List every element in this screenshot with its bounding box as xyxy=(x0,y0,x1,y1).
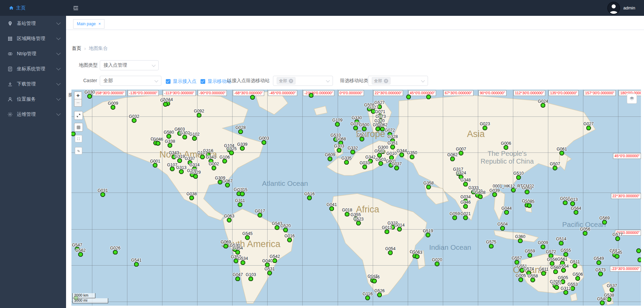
station-marker[interactable]: G061 xyxy=(559,151,564,156)
station-marker[interactable]: G092 xyxy=(197,113,202,117)
station-marker[interactable]: G514 xyxy=(559,241,563,245)
show-rovers-checkbox[interactable]: 显示移动站 xyxy=(201,78,231,84)
station-marker[interactable]: G001 xyxy=(153,163,157,168)
station-marker[interactable]: G335 xyxy=(344,160,349,165)
station-marker[interactable]: G523 xyxy=(356,221,361,226)
station-marker[interactable]: G106 xyxy=(222,159,227,164)
station-marker[interactable]: G013 xyxy=(570,201,575,206)
station-marker[interactable]: G027 xyxy=(586,126,591,130)
zoom-to-extent-button[interactable] xyxy=(74,111,83,120)
station-marker[interactable]: G560 xyxy=(553,269,558,274)
station-marker[interactable]: G545 xyxy=(245,235,250,240)
station-marker[interactable] xyxy=(638,258,641,262)
station-marker[interactable]: G543 xyxy=(275,225,279,230)
station-marker[interactable]: G516 xyxy=(307,196,312,200)
caster-select[interactable]: 全部 xyxy=(100,76,161,86)
station-marker[interactable]: G541 xyxy=(134,262,139,267)
station-marker[interactable]: G360 xyxy=(518,238,523,243)
station-marker[interactable]: G506 xyxy=(575,276,580,281)
world-map[interactable]: + − 2000 km 1000 mi -158°30'0.0 xyxy=(71,90,641,306)
sidebar-item-7[interactable]: 运维管理 xyxy=(0,107,66,122)
station-marker[interactable]: G041 xyxy=(329,206,334,211)
zoom-in-button[interactable]: + xyxy=(74,92,82,99)
station-marker[interactable]: G501 xyxy=(360,137,364,141)
filter-rover-type-select[interactable]: 全部 × xyxy=(368,76,428,86)
station-marker[interactable]: G315 xyxy=(240,192,245,196)
station-marker[interactable]: G016 xyxy=(287,238,292,242)
zoom-out-button[interactable]: − xyxy=(74,99,82,107)
station-marker[interactable]: G047 xyxy=(235,276,240,281)
station-marker[interactable]: G007 xyxy=(459,151,463,156)
fullscreen-button[interactable] xyxy=(75,135,82,142)
user-menu[interactable]: admin xyxy=(607,0,635,16)
station-marker[interactable]: G063 xyxy=(415,254,420,259)
station-marker[interactable]: G558 xyxy=(530,278,535,282)
station-marker[interactable]: G056 xyxy=(583,231,587,236)
sidebar-item-4[interactable]: 坐标系统管理 xyxy=(0,61,66,76)
show-access-points-checkbox[interactable]: 显示接入点 xyxy=(166,78,196,84)
station-marker[interactable]: G575 xyxy=(489,244,494,248)
station-marker[interactable]: G033 xyxy=(362,165,367,169)
station-marker[interactable]: G309 xyxy=(218,180,222,184)
station-marker[interactable]: G037 xyxy=(394,166,399,170)
station-marker[interactable]: G026 xyxy=(113,250,118,254)
station-marker[interactable]: G338 xyxy=(167,143,172,148)
station-marker[interactable]: G023 xyxy=(483,126,487,130)
station-marker[interactable]: G101 xyxy=(200,155,205,159)
station-marker[interactable]: G021 xyxy=(463,215,468,220)
filter-by-ap-select[interactable]: 全部 × xyxy=(273,76,333,86)
graticule-toggle-button[interactable] xyxy=(74,123,83,132)
station-marker[interactable]: G006 xyxy=(503,145,508,150)
area-select-button[interactable] xyxy=(75,147,82,155)
station-marker[interactable]: G344 xyxy=(399,152,404,157)
station-marker[interactable]: G303 xyxy=(337,148,341,152)
nav-home-link[interactable]: 主页 xyxy=(9,0,26,16)
station-marker[interactable]: G348 xyxy=(463,182,468,186)
station-marker[interactable]: G103 xyxy=(248,276,253,281)
station-marker[interactable]: G503 xyxy=(378,161,383,166)
station-marker[interactable]: G564 xyxy=(574,210,578,215)
station-marker[interactable] xyxy=(636,248,641,253)
station-marker[interactable]: G035 xyxy=(353,126,358,130)
station-marker[interactable]: G044 xyxy=(504,210,509,215)
station-marker[interactable]: G024 xyxy=(541,103,545,108)
station-marker[interactable]: G531 xyxy=(267,271,272,275)
station-marker[interactable]: G030 xyxy=(87,94,92,99)
station-marker[interactable]: G039 xyxy=(492,192,497,197)
station-marker[interactable]: G504 xyxy=(500,226,505,231)
station-marker[interactable]: G013 xyxy=(385,229,389,234)
layers-button[interactable] xyxy=(627,94,637,104)
station-marker[interactable]: G542 xyxy=(272,258,277,263)
station-marker[interactable]: G329 xyxy=(193,174,198,179)
station-marker[interactable] xyxy=(406,95,411,99)
station-marker[interactable]: G346 xyxy=(463,204,468,209)
station-marker[interactable]: G311 xyxy=(238,202,242,207)
station-marker[interactable]: G511 xyxy=(573,264,577,268)
station-marker[interactable]: G313 xyxy=(179,169,184,174)
station-marker[interactable] xyxy=(426,95,431,99)
station-marker[interactable]: G002 xyxy=(212,166,216,170)
station-marker[interactable]: G020 xyxy=(435,262,439,266)
station-marker[interactable]: G069 xyxy=(223,244,228,248)
station-marker[interactable]: G537 xyxy=(610,287,614,292)
station-marker[interactable]: G005 xyxy=(518,277,523,282)
station-marker[interactable]: G611 xyxy=(541,271,546,276)
sidebar-collapse-button[interactable] xyxy=(71,4,80,12)
sidebar-item-5[interactable]: 下载管理 xyxy=(0,76,66,92)
station-marker[interactable]: G059 xyxy=(452,215,457,220)
station-marker[interactable]: G500 xyxy=(362,127,367,131)
station-marker[interactable]: G302 xyxy=(182,135,187,139)
breadcrumb-home[interactable]: 首页 xyxy=(72,45,81,52)
station-marker[interactable]: G085 xyxy=(527,203,532,208)
sidebar-item-2[interactable]: 区域网络管理 xyxy=(0,31,66,46)
station-marker[interactable]: G116 xyxy=(365,296,370,300)
station-marker[interactable]: G580 xyxy=(166,134,171,139)
station-marker[interactable]: G608 xyxy=(478,194,483,199)
station-marker[interactable] xyxy=(309,93,313,98)
station-marker[interactable]: G102 xyxy=(192,136,197,141)
station-marker[interactable]: G351 xyxy=(390,145,395,149)
sidebar-item-3[interactable]: Ntrip管理 xyxy=(0,46,66,61)
station-marker[interactable]: G018 xyxy=(345,212,349,216)
station-marker[interactable]: G507 xyxy=(553,166,557,170)
station-marker[interactable]: G549 xyxy=(596,260,601,265)
